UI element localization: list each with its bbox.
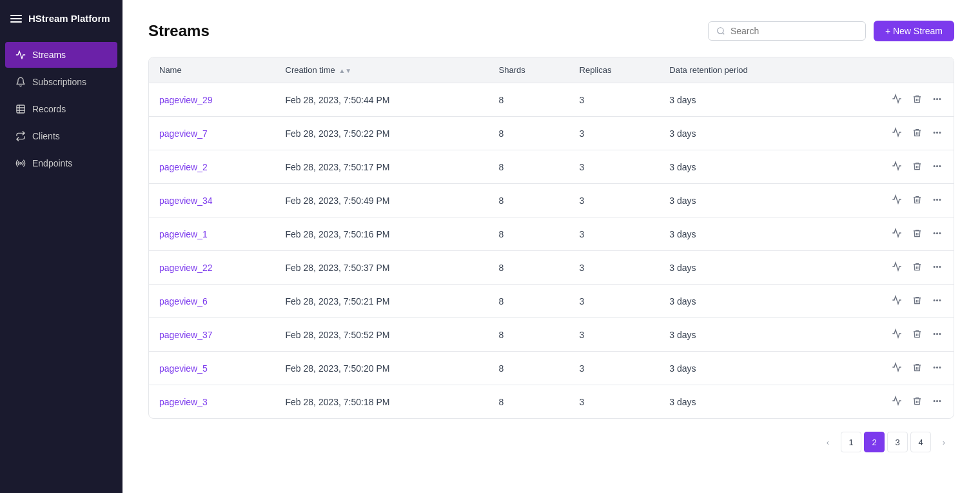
stream-link-2[interactable]: pageview_2 — [159, 162, 208, 172]
svg-point-21 — [939, 232, 941, 234]
graph-icon-1[interactable] — [890, 126, 903, 141]
cell-shards-8: 8 — [489, 352, 569, 385]
svg-point-36 — [939, 400, 941, 401]
stream-link-5[interactable]: pageview_22 — [159, 263, 213, 273]
svg-point-28 — [934, 333, 935, 334]
graph-icon-2[interactable] — [890, 159, 903, 174]
cell-name-7: pageview_37 — [149, 318, 275, 352]
cell-shards-6: 8 — [489, 285, 569, 318]
graph-icon-9[interactable] — [890, 394, 903, 409]
pagination-page-2[interactable]: 2 — [864, 432, 885, 452]
new-stream-button[interactable]: + New Stream — [874, 21, 954, 41]
search-icon — [716, 26, 725, 35]
main-content: Streams + New Stream Name Creation time — [122, 0, 980, 493]
more-icon-1[interactable] — [931, 126, 943, 141]
stream-link-9[interactable]: pageview_3 — [159, 397, 208, 407]
streams-table-container: Name Creation time ▲▼ Shards Replicas Da… — [148, 57, 954, 419]
more-icon-8[interactable] — [931, 361, 943, 376]
svg-point-17 — [937, 199, 938, 200]
graph-icon-6[interactable] — [890, 294, 903, 308]
more-icon-5[interactable] — [931, 261, 943, 275]
sidebar: HStream Platform Streams Subscriptions — [0, 0, 122, 493]
graph-icon-3[interactable] — [890, 193, 903, 208]
cell-shards-4: 8 — [489, 217, 569, 251]
stream-link-7[interactable]: pageview_37 — [159, 330, 213, 340]
delete-icon-9[interactable] — [911, 395, 923, 409]
cell-actions-1 — [828, 117, 954, 150]
more-icon-0[interactable] — [931, 93, 943, 107]
cell-replicas-6: 3 — [569, 285, 660, 318]
table-row: pageview_22 Feb 28, 2023, 7:50:37 PM 8 3… — [149, 251, 954, 285]
cell-shards-0: 8 — [489, 83, 569, 117]
graph-icon-8[interactable] — [890, 361, 903, 376]
more-icon-3[interactable] — [931, 194, 943, 208]
delete-icon-4[interactable] — [911, 227, 923, 241]
graph-icon-7[interactable] — [890, 327, 903, 342]
pagination: ‹ 1 2 3 4 › — [148, 432, 954, 452]
cell-name-9: pageview_3 — [149, 385, 275, 419]
svg-point-30 — [939, 333, 941, 334]
search-input[interactable] — [730, 26, 858, 36]
stream-link-8[interactable]: pageview_5 — [159, 363, 208, 374]
graph-icon-0[interactable] — [890, 92, 903, 107]
stream-link-6[interactable]: pageview_6 — [159, 296, 208, 307]
cell-creation-time-0: Feb 28, 2023, 7:50:44 PM — [275, 83, 489, 117]
stream-link-3[interactable]: pageview_34 — [159, 196, 213, 206]
sidebar-item-records[interactable]: Records — [5, 96, 117, 122]
cell-retention-3: 3 days — [659, 184, 828, 217]
svg-point-23 — [937, 266, 938, 267]
delete-icon-1[interactable] — [911, 126, 923, 141]
sidebar-item-streams[interactable]: Streams — [5, 42, 117, 68]
col-header-creation-time[interactable]: Creation time ▲▼ — [275, 57, 489, 83]
sidebar-item-endpoints[interactable]: Endpoints — [5, 150, 117, 176]
delete-icon-7[interactable] — [911, 328, 923, 342]
svg-point-32 — [937, 367, 938, 368]
delete-icon-3[interactable] — [911, 194, 923, 208]
svg-point-18 — [939, 199, 941, 200]
sidebar-item-subscriptions[interactable]: Subscriptions — [5, 69, 117, 95]
delete-icon-8[interactable] — [911, 361, 923, 376]
table-row: pageview_6 Feb 28, 2023, 7:50:21 PM 8 3 … — [149, 285, 954, 318]
svg-point-7 — [934, 98, 935, 99]
graph-icon-5[interactable] — [890, 260, 903, 275]
cell-name-5: pageview_22 — [149, 251, 275, 285]
svg-point-9 — [939, 98, 941, 99]
svg-point-35 — [937, 400, 938, 401]
graph-icon-4[interactable] — [890, 226, 903, 241]
subscriptions-icon — [15, 77, 26, 87]
delete-icon-2[interactable] — [911, 160, 923, 174]
cell-retention-4: 3 days — [659, 217, 828, 251]
stream-link-4[interactable]: pageview_1 — [159, 229, 208, 239]
cell-replicas-7: 3 — [569, 318, 660, 352]
pagination-page-3[interactable]: 3 — [887, 432, 908, 452]
table-row: pageview_2 Feb 28, 2023, 7:50:17 PM 8 3 … — [149, 150, 954, 184]
col-header-replicas: Replicas — [569, 57, 660, 83]
clients-icon — [15, 131, 26, 141]
more-icon-6[interactable] — [931, 294, 943, 308]
pagination-prev[interactable]: ‹ — [818, 432, 838, 452]
cell-name-0: pageview_29 — [149, 83, 275, 117]
delete-icon-5[interactable] — [911, 261, 923, 275]
pagination-next[interactable]: › — [934, 432, 954, 452]
more-icon-4[interactable] — [931, 227, 943, 241]
more-icon-9[interactable] — [931, 395, 943, 409]
cell-replicas-8: 3 — [569, 352, 660, 385]
pagination-page-1[interactable]: 1 — [841, 432, 861, 452]
pagination-page-4[interactable]: 4 — [910, 432, 931, 452]
cell-actions-9 — [828, 385, 954, 419]
sidebar-item-records-label: Records — [32, 104, 66, 114]
sidebar-item-clients[interactable]: Clients — [5, 123, 117, 149]
cell-actions-5 — [828, 251, 954, 285]
more-icon-2[interactable] — [931, 160, 943, 174]
cell-creation-time-9: Feb 28, 2023, 7:50:18 PM — [275, 385, 489, 419]
svg-point-15 — [939, 165, 941, 166]
cell-replicas-2: 3 — [569, 150, 660, 184]
search-box[interactable] — [708, 21, 866, 41]
delete-icon-6[interactable] — [911, 294, 923, 308]
stream-link-0[interactable]: pageview_29 — [159, 95, 213, 105]
stream-link-1[interactable]: pageview_7 — [159, 128, 208, 139]
more-icon-7[interactable] — [931, 328, 943, 342]
svg-point-26 — [937, 299, 938, 301]
delete-icon-0[interactable] — [911, 93, 923, 107]
cell-retention-6: 3 days — [659, 285, 828, 318]
